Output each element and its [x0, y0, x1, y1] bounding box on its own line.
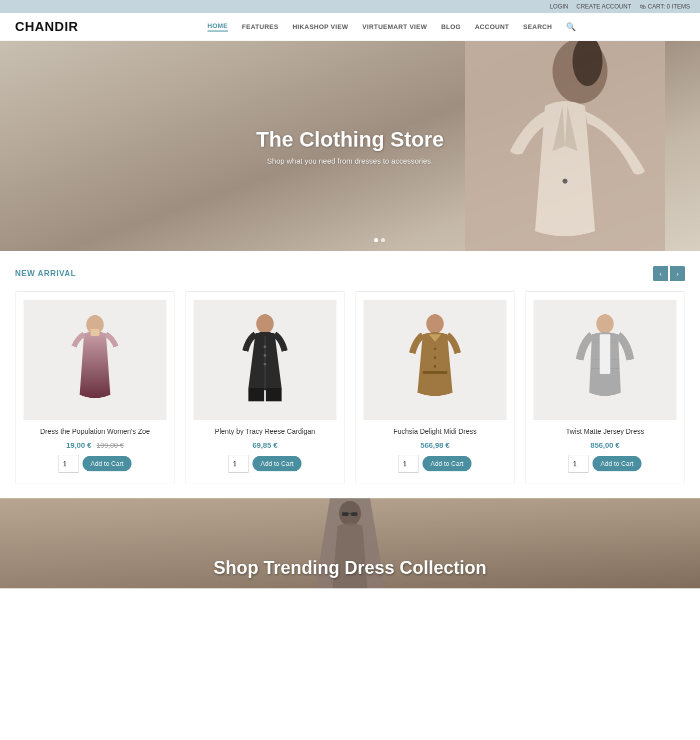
- hero-subtitle: Shop what you need from dresses to acces…: [256, 157, 444, 165]
- qty-input-4[interactable]: [568, 455, 588, 473]
- svg-rect-6: [90, 329, 100, 336]
- product-name-4: Twist Matte Jersey Dress: [566, 427, 644, 437]
- qty-input-3[interactable]: [398, 455, 418, 473]
- product-card-1: Dress the Population Women's Zoe 19,00 €…: [15, 291, 175, 483]
- product-name-2: Plenty by Tracy Reese Cardigan: [215, 427, 316, 437]
- hero-dot-1[interactable]: [374, 238, 378, 242]
- product-actions-3: Add to Cart: [398, 455, 472, 473]
- product-grid: Dress the Population Women's Zoe 19,00 €…: [15, 291, 685, 483]
- section-header: NEW ARRIVAL ‹ ›: [15, 266, 685, 281]
- nav-features[interactable]: FEATURES: [242, 23, 278, 31]
- hero-dots: [374, 238, 385, 242]
- cart-label: CART: 0 ITEMS: [648, 3, 690, 10]
- product-actions-1: Add to Cart: [58, 455, 132, 473]
- search-icon[interactable]: 🔍: [566, 22, 576, 32]
- product-image-2: [194, 300, 336, 420]
- svg-point-8: [256, 314, 274, 334]
- svg-point-16: [434, 348, 436, 350]
- product-actions-2: Add to Cart: [228, 455, 302, 473]
- add-to-cart-button-4[interactable]: Add to Cart: [592, 456, 642, 471]
- product-name-1: Dress the Population Women's Zoe: [40, 427, 150, 437]
- carousel-prev-button[interactable]: ‹: [653, 266, 668, 281]
- cart-area[interactable]: 🛍 CART: 0 ITEMS: [640, 3, 690, 10]
- product-sale-price-1: 19,00 €: [66, 441, 92, 449]
- nav-virtuemart[interactable]: VIRTUEMART VIEW: [362, 23, 428, 31]
- product-price-1: 19,00 € 199,00 €: [66, 441, 124, 450]
- nav-hikashop[interactable]: HIKASHOP VIEW: [292, 23, 348, 31]
- product-price-3: 566,98 €: [420, 441, 450, 450]
- svg-point-17: [434, 356, 436, 359]
- product-card-2: Plenty by Tracy Reese Cardigan 69,85 € A…: [185, 291, 345, 483]
- product-name-3: Fuchsia Delight Midi Dress: [394, 427, 477, 437]
- product-card-4: Twist Matte Jersey Dress 856,00 € Add to…: [525, 291, 685, 483]
- product-price-2: 69,85 €: [252, 441, 278, 450]
- product-price-4: 856,00 €: [590, 441, 620, 450]
- hero-content: The Clothing Store Shop what you need fr…: [256, 128, 444, 165]
- add-to-cart-button-3[interactable]: Add to Cart: [422, 456, 472, 471]
- nav-home[interactable]: HOME: [208, 22, 228, 32]
- top-bar: LOGIN CREATE ACCOUNT 🛍 CART: 0 ITEMS: [0, 0, 700, 13]
- add-to-cart-button-2[interactable]: Add to Cart: [252, 456, 302, 471]
- cart-icon: 🛍: [640, 3, 646, 10]
- svg-point-11: [264, 354, 266, 357]
- hero-title: The Clothing Store: [256, 128, 444, 152]
- product-image-4: [534, 300, 676, 420]
- svg-point-10: [264, 345, 266, 348]
- new-arrival-section: NEW ARRIVAL ‹ ›: [0, 251, 700, 498]
- svg-point-18: [434, 365, 436, 368]
- hero-banner: The Clothing Store Shop what you need fr…: [0, 41, 700, 251]
- nav-search[interactable]: SEARCH: [523, 23, 552, 31]
- hero-dot-2[interactable]: [381, 238, 385, 242]
- svg-point-20: [596, 314, 614, 334]
- add-to-cart-button-1[interactable]: Add to Cart: [82, 456, 132, 471]
- login-link[interactable]: LOGIN: [550, 3, 568, 10]
- product-original-price-1: 199,00 €: [96, 441, 124, 449]
- svg-point-14: [426, 314, 444, 334]
- nav-account[interactable]: ACCOUNT: [475, 23, 510, 31]
- product-sale-price-3: 566,98 €: [420, 441, 450, 449]
- carousel-controls: ‹ ›: [653, 266, 685, 281]
- bottom-banner-title: Shop Trending Dress Collection: [214, 557, 486, 578]
- svg-point-3: [562, 179, 568, 184]
- header: CHANDIR HOME FEATURES HIKASHOP VIEW VIRT…: [0, 13, 700, 41]
- svg-point-12: [264, 363, 266, 365]
- carousel-next-button[interactable]: ›: [670, 266, 685, 281]
- qty-input-2[interactable]: [228, 455, 248, 473]
- qty-input-1[interactable]: [58, 455, 78, 473]
- product-card-3: Fuchsia Delight Midi Dress 566,98 € Add …: [355, 291, 515, 483]
- svg-rect-25: [600, 334, 610, 374]
- logo[interactable]: CHANDIR: [15, 19, 78, 35]
- product-sale-price-2: 69,85 €: [252, 441, 278, 449]
- main-nav: HOME FEATURES HIKASHOP VIEW VIRTUEMART V…: [98, 22, 685, 32]
- create-account-link[interactable]: CREATE ACCOUNT: [576, 3, 632, 10]
- nav-blog[interactable]: BLOG: [441, 23, 461, 31]
- svg-rect-28: [351, 512, 358, 516]
- section-title: NEW ARRIVAL: [15, 269, 76, 278]
- product-image-1: [24, 300, 166, 420]
- product-sale-price-4: 856,00 €: [590, 441, 620, 449]
- svg-rect-15: [423, 371, 448, 374]
- product-image-3: [364, 300, 506, 420]
- svg-rect-27: [342, 512, 348, 516]
- product-actions-4: Add to Cart: [568, 455, 642, 473]
- bottom-banner: Shop Trending Dress Collection: [0, 498, 700, 588]
